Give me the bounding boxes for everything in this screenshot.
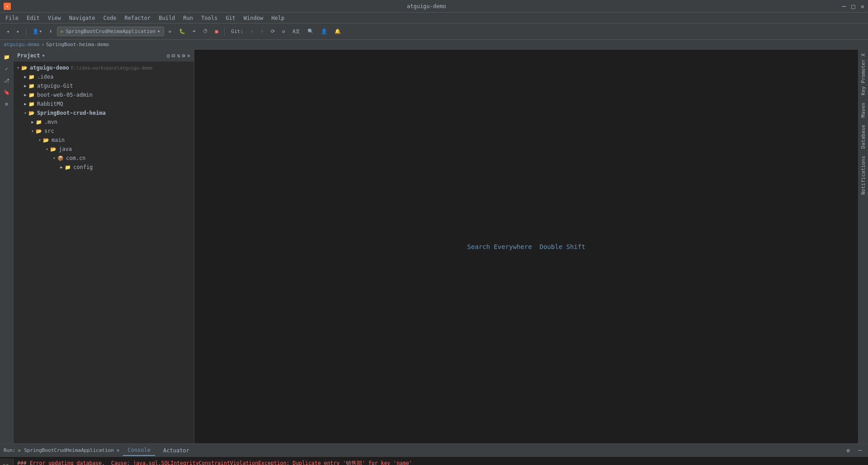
rerun-button[interactable]: ▶▶	[2, 460, 11, 465]
bookmarks-icon[interactable]: 🔖	[1, 87, 12, 98]
breadcrumb-project[interactable]: SpringBoot-heima-demo	[46, 42, 109, 47]
main-layout: 📁 ✓ ⎇ 🔖 ≡ Project ▾ ◎ ⊟ ⇅ ⚙ ✕ ▾ 📂 a	[0, 50, 868, 443]
tree-item-rabbitmq[interactable]: ▶ 📁 RabbitMQ	[14, 99, 194, 108]
translate-button[interactable]: A文	[290, 27, 303, 36]
tree-item-git[interactable]: ▶ 📁 atguigu-Git	[14, 81, 194, 90]
menu-view[interactable]: View	[44, 14, 65, 22]
tree-header: Project ▾ ◎ ⊟ ⇅ ⚙ ✕	[14, 50, 194, 61]
folder-icon: 📁	[35, 118, 42, 126]
tree-item-mvn[interactable]: ▶ 📁 .mvn	[14, 117, 194, 127]
tree-settings-icon[interactable]: ⚙	[182, 52, 185, 59]
tree-sort-icon[interactable]: ⇅	[177, 52, 180, 59]
tree-label: java	[59, 146, 72, 152]
tree-item-boot[interactable]: ▶ 📁 boot-web-05-admin	[14, 90, 194, 99]
tree-item-comcn[interactable]: ▾ 📦 com.cn	[14, 154, 194, 163]
back-button[interactable]: ◂	[4, 28, 12, 35]
user-button[interactable]: 👤▾	[30, 28, 45, 35]
commit-icon[interactable]: ✓	[1, 63, 12, 74]
tree-header-icons: ◎ ⊟ ⇅ ⚙ ✕	[167, 52, 190, 59]
run-close-icon[interactable]: ✕	[117, 447, 120, 453]
account-button[interactable]: 👤	[318, 28, 330, 35]
key-promoter-tab[interactable]: Key Promoter X	[859, 50, 868, 99]
folder-icon: 📁	[28, 91, 35, 99]
minimize-panel-icon[interactable]: ─	[855, 446, 864, 455]
tree-close-icon[interactable]: ✕	[187, 52, 190, 59]
app-logo: ✦	[4, 3, 11, 10]
run-config-dropdown[interactable]: ▶ SpringBootCrudHeimaApplication ▾	[57, 27, 165, 36]
tree-arrow: ▶	[23, 75, 28, 79]
vcs-icon[interactable]: ⎇	[1, 75, 12, 86]
editor-area: Search Everywhere Double Shift	[194, 50, 858, 443]
toolbar-separator-2	[224, 27, 225, 36]
right-sidebar: Key Promoter X Maven Database Notificati…	[858, 50, 868, 443]
close-button[interactable]: ✕	[861, 3, 864, 10]
menu-git[interactable]: Git	[222, 14, 239, 22]
profile-button[interactable]: ⏱	[200, 28, 211, 35]
tree-item-main[interactable]: ▾ 📂 main	[14, 136, 194, 145]
tree-item-config[interactable]: ▶ 📁 config	[14, 163, 194, 172]
search-everywhere[interactable]: 🔍	[305, 28, 316, 35]
actuator-tab[interactable]: Actuator	[159, 446, 194, 456]
forward-button[interactable]: ▸	[14, 28, 23, 35]
menu-run[interactable]: Run	[179, 14, 197, 22]
tree-item-java[interactable]: ▾ 📂 java	[14, 145, 194, 154]
debug-button[interactable]: 🐛	[176, 28, 188, 35]
run-config-name-label: SpringBootCrudHeimaApplication	[24, 447, 114, 453]
tree-item-idea[interactable]: ▶ 📁 .idea	[14, 72, 194, 81]
git-check[interactable]: ✓	[248, 28, 256, 35]
title-bar-controls[interactable]: ─ □ ✕	[842, 3, 864, 10]
tree-locate-icon[interactable]: ◎	[167, 52, 170, 59]
folder-icon: 📁	[28, 82, 35, 89]
menu-help[interactable]: Help	[268, 14, 288, 22]
folder-icon: 📂	[28, 109, 35, 117]
minimize-button[interactable]: ─	[842, 3, 846, 10]
tree-arrow: ▶	[23, 93, 28, 97]
tree-label: src	[44, 128, 54, 134]
tree-label: main	[52, 137, 65, 143]
console-tab[interactable]: Console	[123, 445, 155, 456]
tree-item-root[interactable]: ▾ 📂 atguigu-demo E:\idea-workspace\atgui…	[14, 63, 194, 72]
console-left-tools: ▶▶ ↑ ↓ 📷 ↩ ⊞ ⚙ ■ 🗑	[0, 459, 14, 465]
menu-navigate[interactable]: Navigate	[66, 14, 99, 22]
database-tab[interactable]: Database	[859, 121, 868, 152]
tree-arrow: ▶	[30, 120, 35, 124]
vcs-update[interactable]: ⬆	[47, 28, 55, 35]
git-history[interactable]: ⟳	[268, 28, 278, 35]
tree-dropdown-arrow[interactable]: ▾	[42, 52, 45, 59]
menu-file[interactable]: File	[2, 14, 22, 22]
project-icon[interactable]: 📁	[1, 52, 12, 62]
maven-tab[interactable]: Maven	[859, 99, 868, 121]
menu-tools[interactable]: Tools	[198, 14, 221, 22]
folder-icon: 📁	[64, 164, 71, 171]
folder-icon: 📂	[42, 136, 50, 144]
console-line: ### Error updating database. Cause: java…	[17, 460, 864, 465]
notifications-button[interactable]: 🔔	[332, 28, 344, 35]
tree-item-springboot[interactable]: ▾ 📂 SpringBoot-crud-heima	[14, 108, 194, 117]
run-config-name: SpringBootCrudHeimaApplication	[66, 28, 156, 34]
menu-refactor[interactable]: Refactor	[121, 14, 154, 22]
structure-icon[interactable]: ≡	[1, 99, 12, 109]
panel-icons: ⚙ ─	[844, 446, 864, 455]
tree-label: RabbitMQ	[37, 101, 63, 107]
tree-collapse-icon[interactable]: ⊟	[172, 52, 175, 59]
menu-code[interactable]: Code	[100, 14, 120, 22]
notifications-tab[interactable]: Notifications	[859, 152, 868, 198]
git-label: Git:	[228, 28, 246, 35]
search-text: Search Everywhere	[467, 243, 532, 250]
stop-button[interactable]: ■	[212, 28, 221, 35]
git-back[interactable]: ↺	[279, 28, 288, 35]
tree-label: atguigu-demo	[30, 65, 69, 71]
settings-icon[interactable]: ⚙	[844, 446, 853, 455]
menu-edit[interactable]: Edit	[23, 14, 43, 22]
console-area: ▶▶ ↑ ↓ 📷 ↩ ⊞ ⚙ ■ 🗑 ### Error updating da…	[0, 457, 868, 465]
menu-window[interactable]: Window	[240, 14, 267, 22]
breadcrumb-root[interactable]: atguigu-demo	[4, 42, 39, 47]
git-check2[interactable]: ✓	[258, 28, 266, 35]
folder-icon: 📁	[28, 73, 35, 80]
coverage-button[interactable]: ☂	[190, 28, 198, 35]
maximize-button[interactable]: □	[851, 3, 855, 10]
menu-build[interactable]: Build	[155, 14, 179, 22]
tree-label: config	[73, 164, 93, 170]
tree-item-src[interactable]: ▾ 📂 src	[14, 127, 194, 136]
run-button[interactable]: ▶	[166, 28, 175, 35]
